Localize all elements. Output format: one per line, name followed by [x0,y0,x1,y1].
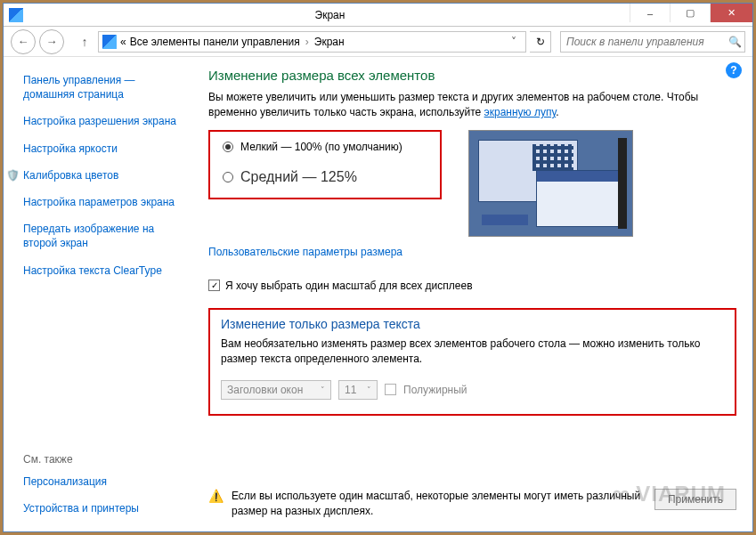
minimize-button[interactable]: – [630,4,670,22]
maximize-button[interactable]: ▢ [670,4,710,22]
forward-button[interactable]: → [39,29,64,54]
single-scale-checkbox-row[interactable]: ✓ Я хочу выбрать один масштаб для всех д… [208,280,736,292]
up-button[interactable]: ↑ [75,35,94,49]
breadcrumb-icon [102,35,117,49]
see-also-devices[interactable]: Устройства и принтеры [23,501,185,515]
titlebar: Экран – ▢ ✕ [4,4,752,27]
close-button[interactable]: ✕ [710,4,752,22]
bold-checkbox[interactable] [385,384,396,395]
desc-resize-all: Вы можете увеличить или уменьшить размер… [208,90,736,121]
shield-icon: 🛡️ [5,168,20,182]
watermark: ∞ VIARUM [612,480,726,508]
breadcrumb-prefix: « [120,36,126,48]
sidebar-link-params[interactable]: Настройка параметров экрана [23,195,185,209]
preview-illustration [468,130,633,237]
breadcrumb-sep: › [305,36,309,48]
heading-resize-all: Изменение размера всех элементов [208,68,736,83]
text-size-box: Изменение только размера текста Вам необ… [208,308,736,416]
chevron-down-icon: ˅ [367,385,371,394]
sidebar-link-project[interactable]: Передать изображение на второй экран [23,222,185,250]
search-input[interactable] [561,36,725,48]
control-panel-window: Экран – ▢ ✕ ← → ↑ « Все элементы панели … [3,3,753,532]
single-scale-label: Я хочу выбрать один масштаб для всех дис… [225,280,473,292]
radio-icon [223,172,233,182]
sidebar-link-cleartype[interactable]: Настройка текста ClearType [23,263,185,278]
chevron-down-icon: ˅ [321,385,325,394]
checkbox-icon[interactable]: ✓ [208,280,220,291]
sidebar-link-calibration[interactable]: 🛡️ Калибровка цветов [5,168,185,182]
radio-icon [223,142,233,152]
radio-medium[interactable]: Средний — 125% [223,169,424,185]
see-also-personalization[interactable]: Персонализация [23,474,185,489]
sidebar: Панель управления — домашняя страница На… [4,57,196,531]
sidebar-link-home[interactable]: Панель управления — домашняя страница [23,73,185,101]
window-title: Экран [30,9,630,21]
custom-size-link[interactable]: Пользовательские параметры размера [208,246,736,258]
back-button[interactable]: ← [11,29,36,54]
sidebar-link-resolution[interactable]: Настройка разрешения экрана [23,114,185,128]
radio-small[interactable]: Мелкий — 100% (по умолчанию) [223,141,424,153]
main-panel: ? Изменение размера всех элементов Вы мо… [196,57,752,531]
search-box[interactable]: 🔍 [560,31,745,53]
desc-text-only: Вам необязательно изменять размер всех э… [221,336,724,368]
breadcrumb-parent[interactable]: Все элементы панели управления [130,36,300,48]
warning-icon: ⚠️ [208,489,223,503]
combo-item[interactable]: Заголовки окон ˅ [221,380,331,400]
system-icon [9,8,23,22]
see-also-header: См. также [23,453,185,466]
navigation-bar: ← → ↑ « Все элементы панели управления ›… [4,27,752,57]
breadcrumb-dropdown[interactable]: ˅ [506,36,522,48]
scale-options-box: Мелкий — 100% (по умолчанию) Средний — 1… [208,130,442,199]
magnifier-link[interactable]: экранную лупу [484,106,557,118]
search-icon[interactable]: 🔍 [725,36,744,48]
help-icon[interactable]: ? [726,62,742,78]
breadcrumb-current[interactable]: Экран [314,36,345,48]
infinity-icon: ∞ [612,480,630,508]
refresh-button[interactable]: ↻ [530,31,551,53]
sidebar-link-brightness[interactable]: Настройка яркости [23,142,185,156]
heading-text-only: Изменение только размера текста [221,317,724,331]
warning-text: Если вы используете один масштаб, некото… [232,489,646,519]
combo-size[interactable]: 11 ˅ [338,380,378,400]
bold-label: Полужирный [403,384,467,396]
breadcrumb[interactable]: « Все элементы панели управления › Экран… [98,31,526,53]
